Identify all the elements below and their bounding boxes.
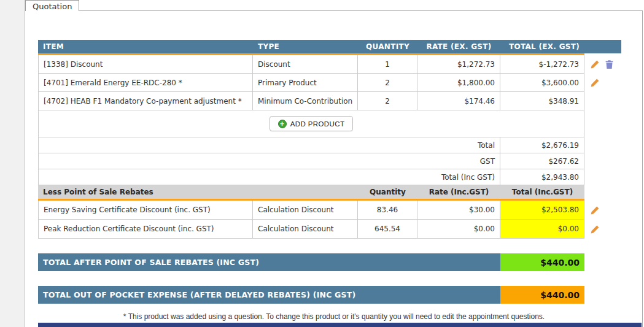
total-out-of-pocket-value: $440.00 [500,286,584,304]
spacer [38,271,624,286]
table-header-row: ITEM TYPE QUANTITY RATE (EX. GST) TOTAL … [38,40,621,53]
summary-value: $2,676.19 [500,137,584,153]
total-after-pos-rebates-label: TOTAL AFTER POINT OF SALE REBATES (INC G… [38,253,500,271]
item-cell: [1338] Discount [38,55,253,74]
add-product-row: + ADD PRODUCT [38,110,621,137]
total-cell: $3,600.00 [500,74,584,92]
panel-border-top [25,10,643,11]
add-product-button[interactable]: + ADD PRODUCT [270,116,354,131]
item-cell: [4702] HEAB F1 Mandatory Co-payment adju… [38,92,253,110]
row-actions [584,74,621,92]
bottom-scrollbar[interactable] [38,323,642,327]
summary-row-total: Total $2,676.19 [38,137,621,153]
header-rate-ex-gst: RATE (EX. GST) [417,40,500,53]
quantity-cell: 645.54 [358,220,417,239]
add-product-label: ADD PRODUCT [290,120,345,128]
rate-cell: $1,272.73 [417,55,500,74]
tab-quotation[interactable]: Quotation [25,0,79,11]
rebate-row-energy-saving: Energy Saving Certificate Discount (inc.… [38,201,621,220]
total-cell: $348.91 [500,92,584,110]
summary-label: Total [38,137,500,153]
table-row-primary-product: [4701] Emerald Energy EE-RDC-280 * Prima… [38,74,621,92]
rebates-header-row: Less Point of Sale Rebates Quantity Rate… [38,185,621,199]
header-type: TYPE [253,40,358,53]
header-quantity: QUANTITY [358,40,417,53]
rate-cell: $30.00 [417,201,500,220]
item-cell: [4701] Emerald Energy EE-RDC-280 * [38,74,253,92]
summary-row-total-inc-gst: Total (Inc GST) $2,943.80 [38,169,621,185]
summary-label: GST [38,153,500,169]
header-total-ex-gst: TOTAL (EX. GST) [500,40,584,53]
product-question-footnote: * This product was added using a questio… [25,312,643,321]
left-gutter [0,0,25,327]
item-cell: Energy Saving Certificate Discount (inc.… [38,201,253,220]
row-actions [584,92,621,110]
edit-icon[interactable] [589,78,600,88]
summary-row-gst: GST $267.62 [38,153,621,169]
row-actions [584,201,621,220]
total-after-pos-rebates-value: $440.00 [500,253,584,271]
total-out-of-pocket-row: TOTAL OUT OF POCKET EXPENSE (AFTER DELAY… [38,286,621,304]
tab-quotation-label: Quotation [33,2,72,11]
rebates-header-rate-inc-gst: Rate (Inc.GST) [417,185,500,199]
type-cell: Calculation Discount [253,220,358,239]
total-after-pos-rebates-row: TOTAL AFTER POINT OF SALE REBATES (INC G… [38,253,621,271]
rate-cell: $1,800.00 [417,74,500,92]
summary-value: $267.62 [500,153,584,169]
row-actions [584,220,621,239]
type-cell: Minimum Co-Contribution [253,92,358,110]
plus-icon: + [278,120,287,128]
spacer [38,239,624,253]
row-actions [584,55,621,74]
total-cell-highlighted: $2,503.80 [500,201,584,220]
panel-border-right [642,10,643,327]
type-cell: Calculation Discount [253,201,358,220]
rate-cell: $174.46 [417,92,500,110]
quantity-cell: 2 [358,74,417,92]
quantity-cell: 1 [358,55,417,74]
quotation-page: Quotation ITEM TYPE QUANTITY RATE (EX. G… [0,0,644,327]
quantity-cell: 83.46 [358,201,417,220]
delete-icon[interactable] [604,60,615,70]
summary-value: $2,943.80 [500,169,584,185]
quotation-table: ITEM TYPE QUANTITY RATE (EX. GST) TOTAL … [38,40,624,304]
edit-icon[interactable] [589,224,600,234]
summary-label: Total (Inc GST) [38,169,500,185]
rebates-header-quantity: Quantity [358,185,417,199]
total-cell: $-1,272.73 [500,55,584,74]
rebates-section-title: Less Point of Sale Rebates [38,185,358,199]
total-cell-highlighted: $0.00 [500,220,584,239]
type-cell: Primary Product [253,74,358,92]
rebates-header-total-inc-gst: Total (Inc.GST) [500,185,584,199]
edit-icon[interactable] [589,60,600,70]
type-cell: Discount [253,55,358,74]
add-product-cell: + ADD PRODUCT [38,110,584,137]
table-row-discount: [1338] Discount Discount 1 $1,272.73 $-1… [38,55,621,74]
rate-cell: $0.00 [417,220,500,239]
table-row-co-payment: [4702] HEAB F1 Mandatory Co-payment adju… [38,92,621,110]
header-item: ITEM [38,40,253,53]
quantity-cell: 2 [358,92,417,110]
total-out-of-pocket-label: TOTAL OUT OF POCKET EXPENSE (AFTER DELAY… [38,286,500,304]
rebate-row-peak-reduction: Peak Reduction Certificate Discount (inc… [38,220,621,239]
edit-icon[interactable] [589,205,600,215]
item-cell: Peak Reduction Certificate Discount (inc… [38,220,253,239]
